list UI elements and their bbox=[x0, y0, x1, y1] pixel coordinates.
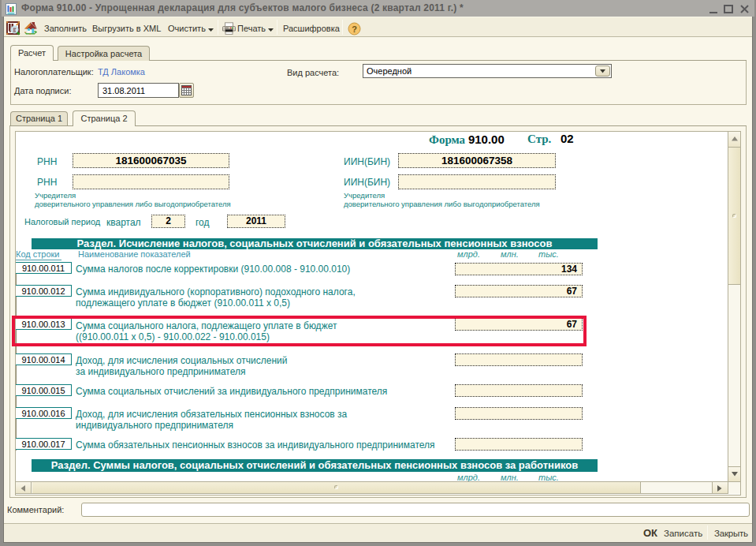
svg-text:?: ? bbox=[352, 24, 357, 34]
